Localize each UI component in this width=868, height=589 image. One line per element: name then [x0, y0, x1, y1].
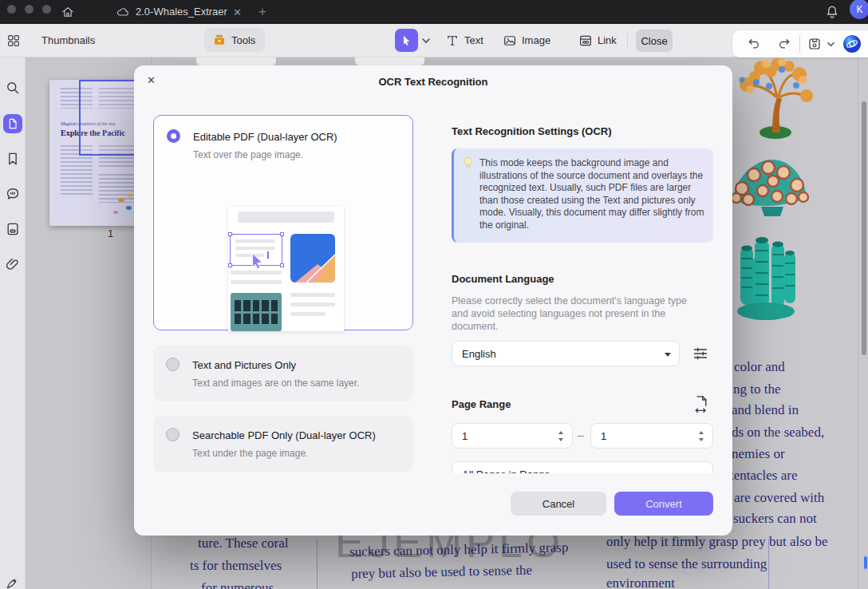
toolbar-divider	[627, 34, 628, 48]
doc-text-line: used to sense the surrounding	[606, 556, 767, 572]
comments-icon[interactable]	[5, 186, 21, 202]
illustration-table-block	[231, 293, 282, 331]
cancel-button[interactable]: Cancel	[511, 492, 606, 516]
doc-text-line: ts for themselves	[190, 558, 282, 574]
tools-button-label: Tools	[231, 34, 255, 46]
ocr-dialog: ✕ OCR Text Recognition Editable PDF (Dua…	[134, 65, 732, 536]
thumb-fish	[126, 206, 132, 210]
page-range-icon[interactable]	[693, 394, 709, 413]
text-block-divider	[317, 539, 318, 589]
save-options-chevron-icon[interactable]	[827, 41, 835, 48]
info-box: This mode keeps the background image and…	[452, 148, 713, 243]
language-dropdown-value: English	[462, 348, 496, 360]
link-tool-button[interactable]: Link	[598, 34, 617, 46]
page-icon	[6, 117, 19, 130]
doc-text-line: and blend in	[732, 402, 799, 418]
doc-text-line: nemies or	[732, 446, 785, 462]
page-thumbnail[interactable]: Magical creatures of the sea Explore the…	[49, 80, 144, 226]
settings-heading: Text Recognition Settings (OCR)	[452, 125, 612, 137]
window-close-button[interactable]	[7, 5, 16, 14]
range-to-input[interactable]: 1	[590, 423, 713, 449]
spinner-up-icon[interactable]	[558, 431, 563, 434]
tab-close-icon[interactable]: ✕	[233, 6, 242, 18]
window-minimize-button[interactable]	[25, 5, 34, 14]
font-toolbar-fragment	[196, 57, 276, 65]
range-mode-dropdown-clipped[interactable]: All Pages in Range	[452, 461, 713, 473]
window-zoom-button[interactable]	[42, 5, 51, 14]
radio-unselected-icon[interactable]	[166, 428, 180, 441]
cloud-icon	[116, 6, 129, 18]
save-icon[interactable]	[807, 37, 822, 51]
toolbar-divider	[799, 36, 800, 52]
language-settings-sliders-icon[interactable]	[692, 346, 708, 362]
thumb-text-block	[99, 174, 134, 203]
option-description: Text and images are on the same layer.	[192, 378, 359, 389]
doc-text-line: only help it firmly grasp prey but also …	[606, 534, 828, 550]
notifications-bell-icon[interactable]	[824, 4, 840, 20]
attachment-paperclip-icon[interactable]	[5, 256, 21, 272]
spinner-up-icon[interactable]	[699, 431, 704, 434]
thumbnails-panel-title: Thumbnails	[41, 34, 95, 46]
doc-text-line: prey but also be used to sense the	[351, 563, 532, 583]
range-from-input[interactable]: 1	[452, 423, 573, 449]
illustration-image-block	[290, 234, 335, 283]
page-range-heading: Page Range	[452, 398, 511, 410]
range-from-value: 1	[462, 430, 468, 442]
radio-selected-icon[interactable]	[167, 129, 180, 143]
ai-assistant-icon[interactable]	[842, 34, 862, 53]
doc-text-line: ture. These coral	[198, 536, 288, 551]
bookmark-icon[interactable]	[5, 151, 21, 167]
radio-unselected-icon[interactable]	[166, 358, 180, 371]
option-description: Text under the page image.	[192, 448, 308, 459]
lightbulb-icon	[462, 156, 475, 171]
redo-icon[interactable]	[777, 37, 791, 51]
doc-text-line: ds on the seabed,	[732, 425, 824, 441]
document-actions-toolbar	[732, 30, 868, 57]
language-heading: Document Language	[452, 273, 554, 285]
select-tool-chevron-icon[interactable]	[421, 37, 431, 45]
spinner-down-icon[interactable]	[558, 438, 563, 441]
sidebar-item-thumbnails[interactable]	[3, 114, 22, 133]
tab-title[interactable]: 2.0-Whales_Extraer	[136, 6, 227, 18]
new-tab-button[interactable]: +	[258, 4, 266, 20]
stamp-icon[interactable]	[5, 221, 21, 237]
dropdown-caret-icon	[665, 353, 671, 357]
thumb-page-number: 1	[108, 227, 113, 239]
option-editable-pdf[interactable]: Editable PDF (Dual-layer OCR) Text over …	[153, 115, 413, 330]
signature-pen-icon[interactable]	[5, 575, 21, 589]
undo-icon[interactable]	[747, 37, 761, 51]
vertical-scrollbar[interactable]	[862, 101, 866, 355]
text-tool-button[interactable]: Text	[464, 34, 483, 46]
language-dropdown[interactable]: English	[452, 341, 680, 366]
link-tool-icon	[578, 34, 593, 48]
image-tool-icon	[503, 34, 517, 48]
option-searchable-pdf[interactable]: Searchable PDF Only (Dual-layer OCR) Tex…	[153, 416, 413, 472]
text-selection-handle[interactable]	[864, 556, 867, 569]
close-edit-mode-button[interactable]: Close	[636, 30, 673, 52]
language-hint: Please correctly select the document's l…	[452, 294, 702, 333]
sidebar-rail	[0, 57, 26, 589]
option-text-pictures-only[interactable]: Text and Pictures Only Text and images a…	[153, 346, 413, 401]
thumb-fish	[128, 194, 132, 197]
image-tool-button[interactable]: Image	[522, 34, 550, 46]
spinner-down-icon[interactable]	[699, 438, 704, 441]
panel-seam	[858, 57, 858, 589]
range-to-value: 1	[601, 430, 606, 442]
select-tool-button[interactable]	[395, 29, 418, 52]
app-window: EJEMPLO ture. These coral ts for themsel…	[0, 0, 868, 589]
tools-button[interactable]: Tools	[204, 28, 265, 52]
home-icon[interactable]	[61, 5, 75, 19]
search-icon[interactable]	[5, 80, 21, 96]
range-mode-value: All Pages in Range	[462, 468, 550, 473]
user-avatar[interactable]: K	[850, 0, 868, 19]
cursor-arrow-icon	[400, 34, 413, 47]
doc-text-line: color and	[734, 359, 785, 375]
option-label: Editable PDF (Dual-layer OCR)	[193, 131, 337, 143]
convert-button[interactable]: Convert	[614, 492, 713, 516]
grid-view-icon[interactable]	[6, 34, 21, 48]
doc-text-line: environment	[606, 575, 675, 589]
dialog-title: OCR Text Recognition	[134, 76, 732, 88]
range-separator: –	[578, 429, 584, 441]
doc-text-line: ng to the	[733, 381, 781, 397]
coral-images	[726, 56, 814, 323]
